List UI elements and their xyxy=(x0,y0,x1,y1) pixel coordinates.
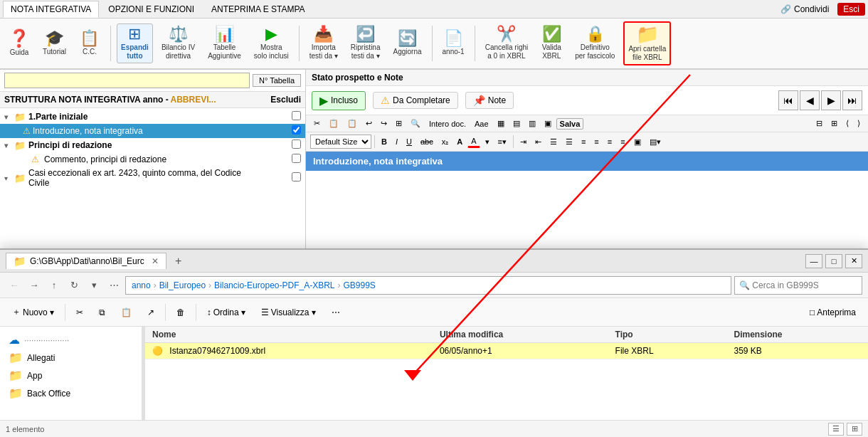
anteprima-button[interactable]: □ Anteprima xyxy=(803,305,862,320)
col-btn[interactable]: ▤ xyxy=(509,117,524,130)
minimize-button[interactable]: — xyxy=(805,254,822,268)
breadcrumb-gb999s[interactable]: GB999S xyxy=(344,280,376,290)
col-modified[interactable]: Ultima modifica xyxy=(433,327,608,343)
search-btn[interactable]: 🔍 xyxy=(407,117,424,130)
col-tipo[interactable]: Tipo xyxy=(608,327,727,343)
salva-btn[interactable]: Salva xyxy=(556,118,584,130)
highlight-btn[interactable]: ▾ xyxy=(482,136,493,148)
close-button[interactable]: ✕ xyxy=(845,254,862,268)
nav-last-button[interactable]: ⏭ xyxy=(842,90,862,110)
dots-button[interactable]: ⋯ xyxy=(105,277,122,294)
style-btn[interactable]: Aae xyxy=(471,118,492,130)
tree-item-introduzione[interactable]: ⚠ Introduzione, nota integrativa xyxy=(0,124,305,138)
tab-close-button[interactable]: ✕ xyxy=(152,256,159,266)
ripristina-button[interactable]: ↩️ Ripristinatesti da ▾ xyxy=(346,23,385,63)
underline-btn[interactable]: U xyxy=(403,136,416,147)
badge-da-completare[interactable]: ⚠ Da Completare xyxy=(373,92,458,109)
tutorial-button[interactable]: 🎓 Tutorial xyxy=(38,28,70,59)
extra-btn3[interactable]: ⟨ xyxy=(842,117,852,130)
view-list-button[interactable]: ☰ xyxy=(828,423,844,436)
redo-btn[interactable]: ↪ xyxy=(377,117,391,130)
cut-btn[interactable]: ✂ xyxy=(310,117,324,130)
breadcrumb-bil-europeo[interactable]: Bil_Europeo xyxy=(159,280,206,290)
apri-cartella-button[interactable]: 📁 Apri cartellafile XBRL xyxy=(623,21,671,65)
sidebar-cloud[interactable]: ☁ ··················· xyxy=(0,331,142,349)
indent-btn[interactable]: ⇥ xyxy=(517,136,530,148)
fontA-btn[interactable]: A xyxy=(453,136,466,147)
row-btn[interactable]: ▥ xyxy=(525,117,539,130)
breadcrumb-anno[interactable]: anno xyxy=(132,280,151,290)
grid-btn[interactable]: ⊞ xyxy=(392,117,406,130)
maximize-button[interactable]: □ xyxy=(825,254,842,268)
tree-checkbox[interactable] xyxy=(292,111,301,122)
tabelle-button[interactable]: 📊 TabelleAggiuntive xyxy=(203,23,245,63)
forward-button[interactable]: → xyxy=(26,277,43,294)
col-nome[interactable]: Nome xyxy=(145,327,433,343)
explorer-tab[interactable]: 📁 G:\GB\App\Dati\anno\Bil_Eurc ✕ xyxy=(6,253,166,269)
menu-tab-opzioni[interactable]: OPZIONI E FUNZIONI xyxy=(100,1,202,17)
fontcolor-btn[interactable]: A xyxy=(467,135,480,148)
font-size-select[interactable]: Default Size xyxy=(310,135,371,149)
nav-prev-button[interactable]: ◀ xyxy=(800,90,820,110)
merge-btn[interactable]: ▣ xyxy=(541,117,555,130)
no-tabella-button[interactable]: N° Tabella xyxy=(253,74,301,87)
tree-checkbox[interactable] xyxy=(292,154,301,165)
back-button[interactable]: ← xyxy=(6,277,23,294)
espandi-button[interactable]: ⊞ Espanditutto xyxy=(117,23,153,63)
extra-btn2[interactable]: ⊞ xyxy=(827,117,841,130)
tree-checkbox[interactable] xyxy=(292,139,301,151)
sidebar-app[interactable]: 📁 App xyxy=(0,367,142,384)
subscript-btn[interactable]: x₂ xyxy=(438,136,452,148)
extra-btn4[interactable]: ⟩ xyxy=(854,117,864,130)
copia-button[interactable]: ⧉ xyxy=(92,305,112,320)
anno1-button[interactable]: 📄 anno-1 xyxy=(438,28,469,59)
copy-btn[interactable]: 📋 xyxy=(325,117,342,130)
tree-item-casi[interactable]: ▾ 📁 Casi eccezionali ex art. 2423, quint… xyxy=(0,167,305,189)
doc-btn[interactable]: Intero doc. xyxy=(425,118,470,130)
align-justify-btn[interactable]: ≡ xyxy=(617,136,628,147)
extra-btn1[interactable]: ⊟ xyxy=(813,117,826,130)
refresh-nav-button[interactable]: ↻ xyxy=(65,277,83,294)
tree-checkbox[interactable] xyxy=(292,172,301,184)
menu-tab-anteprima[interactable]: ANTEPRIMA E STAMPA xyxy=(203,1,313,17)
cancella-button[interactable]: ✂️ Cancella righia 0 in XBRL xyxy=(481,23,533,63)
explorer-search-input[interactable] xyxy=(734,276,862,295)
paste-btn[interactable]: 📋 xyxy=(344,117,361,130)
cc-button[interactable]: 📋 C.C. xyxy=(75,28,105,59)
align-left-btn[interactable]: ≡ xyxy=(578,136,589,147)
share-button[interactable]: 🔗 Condividi xyxy=(775,2,835,16)
importa-button[interactable]: 📥 Importatesti da ▾ xyxy=(305,23,342,63)
up-button[interactable]: ↑ xyxy=(46,277,63,294)
taglia-button[interactable]: ✂ xyxy=(70,305,90,320)
breadcrumb-bilancio-xbrl[interactable]: Bilancio-Europeo-PDF_A-XBRL xyxy=(214,280,334,290)
nuovo-button[interactable]: ＋ Nuovo ▾ xyxy=(6,303,60,321)
incolla-button[interactable]: 📋 xyxy=(115,305,138,320)
sidebar-allegati[interactable]: 📁 Allegati xyxy=(0,349,142,367)
number-btn[interactable]: ☰ xyxy=(562,136,576,148)
table-row[interactable]: 🟡 Istanza07946271009.xbrl 06/05/anno+1 F… xyxy=(145,343,868,359)
definitivo-button[interactable]: 🔒 Definitivoper fascicolo xyxy=(571,23,619,63)
search-input[interactable] xyxy=(4,73,250,88)
tree-item-parte-iniziale[interactable]: ▾ 📁 1.Parte iniziale xyxy=(0,110,305,124)
border-btn[interactable]: ▣ xyxy=(630,136,645,148)
col-size[interactable]: Dimensione xyxy=(726,327,868,343)
outdent-btn[interactable]: ⇤ xyxy=(531,136,545,148)
align-right-btn[interactable]: ≡ xyxy=(604,136,615,147)
ordina-button[interactable]: ↕ Ordina ▾ xyxy=(201,305,252,320)
badge-incluso[interactable]: ▶ Incluso xyxy=(312,91,366,110)
address-down-button[interactable]: ▾ xyxy=(85,277,102,294)
mostra-button[interactable]: ▶ Mostrasolo inclusi xyxy=(250,23,293,63)
tree-item-commento[interactable]: ⚠ Commento, principi di redazione xyxy=(0,152,305,167)
bilancio-button[interactable]: ⚖️ Bilancio IVdirettiva xyxy=(157,23,199,63)
elimina-button[interactable]: 🗑 xyxy=(170,305,191,320)
visualizza-button[interactable]: ☰ Visualizza ▾ xyxy=(255,305,322,320)
table-btn[interactable]: ▦ xyxy=(494,117,508,130)
sidebar-backoffice[interactable]: 📁 Back Office xyxy=(0,384,142,402)
more-options-button[interactable]: ⋯ xyxy=(325,305,346,320)
exit-button[interactable]: Esci xyxy=(837,3,865,16)
italic-btn[interactable]: I xyxy=(392,136,401,147)
undo-btn[interactable]: ↩ xyxy=(362,117,376,130)
valida-button[interactable]: ✅ ValidaXBRL xyxy=(536,23,566,63)
new-tab-button[interactable]: + xyxy=(171,253,186,269)
bullet-btn[interactable]: ☰ xyxy=(546,136,561,148)
